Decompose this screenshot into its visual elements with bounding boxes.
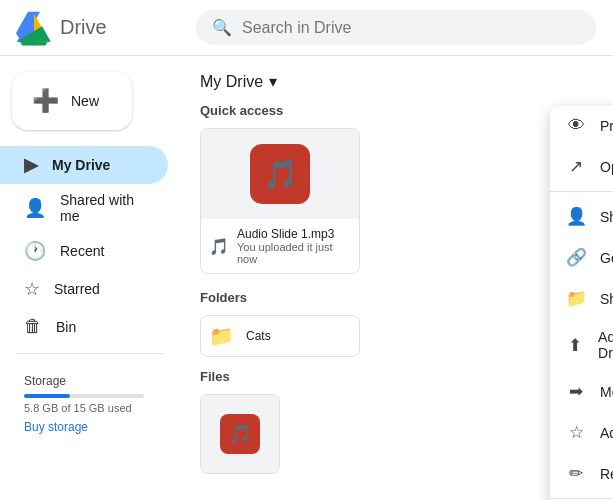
storage-section: Storage 5.8 GB of 15 GB used Buy storage xyxy=(0,362,180,446)
logo-area: Drive xyxy=(16,10,196,46)
file-location-icon: 📁 xyxy=(566,288,586,309)
new-button[interactable]: ➕ New xyxy=(12,72,132,130)
menu-item-share[interactable]: 👤 Share xyxy=(550,196,613,237)
sidebar-item-my-drive[interactable]: ▶ My Drive xyxy=(0,146,168,184)
folders-section: Folders 📁 Cats xyxy=(200,290,593,357)
menu-item-preview-label: Preview xyxy=(600,118,613,134)
sidebar-item-label-my-drive: My Drive xyxy=(52,157,110,173)
menu-item-preview[interactable]: 👁 Preview xyxy=(550,106,613,146)
sidebar-item-label-starred: Starred xyxy=(54,281,100,297)
search-input[interactable] xyxy=(242,19,580,37)
menu-item-show-file-location[interactable]: 📁 Show file location xyxy=(550,278,613,319)
sidebar-item-label-shared: Shared with me xyxy=(60,192,144,224)
quick-access-grid: 🎵 🎵 Audio Slide 1.mp3 You uploaded it ju… xyxy=(200,128,593,274)
menu-item-add-shortcut[interactable]: ⬆ Add a shortcut to Drive ⓘ xyxy=(550,319,613,371)
file-mini-card[interactable]: 🎵 xyxy=(200,394,280,474)
menu-item-share-label: Share xyxy=(600,209,613,225)
new-button-label: New xyxy=(71,93,99,109)
menu-item-open-with-label: Open with xyxy=(600,159,613,175)
files-label: Files xyxy=(200,369,593,384)
starred-menu-icon: ☆ xyxy=(566,422,586,443)
folders-label: Folders xyxy=(200,290,593,305)
main-layout: ➕ New ▶ My Drive 👤 Shared with me 🕐 Rece… xyxy=(0,56,613,500)
main-content: My Drive ▾ Quick access 🎵 🎵 Audio Slide … xyxy=(180,56,613,500)
file-sub: You uploaded it just now xyxy=(237,241,351,265)
file-card-text: Audio Slide 1.mp3 You uploaded it just n… xyxy=(237,227,351,265)
audio-thumb-icon: 🎵 xyxy=(250,144,310,204)
buy-storage-link[interactable]: Buy storage xyxy=(24,420,156,434)
folder-item-cats[interactable]: 📁 Cats xyxy=(200,315,360,357)
sidebar-item-bin[interactable]: 🗑 Bin xyxy=(0,308,168,345)
menu-item-add-starred[interactable]: ☆ Add to Starred xyxy=(550,412,613,453)
file-name: Audio Slide 1.mp3 xyxy=(237,227,351,241)
storage-bar-fill xyxy=(24,394,70,398)
sidebar-item-label-recent: Recent xyxy=(60,243,104,259)
drive-title-chevron: ▾ xyxy=(269,72,277,91)
shortcut-icon: ⬆ xyxy=(566,335,584,356)
menu-item-add-starred-label: Add to Starred xyxy=(600,425,613,441)
file-type-icon: 🎵 xyxy=(209,237,229,256)
link-icon: 🔗 xyxy=(566,247,586,268)
storage-bar-background xyxy=(24,394,144,398)
file-card-thumbnail: 🎵 xyxy=(201,129,359,219)
search-icon: 🔍 xyxy=(212,18,232,37)
file-card-audio[interactable]: 🎵 🎵 Audio Slide 1.mp3 You uploaded it ju… xyxy=(200,128,360,274)
sidebar-item-recent[interactable]: 🕐 Recent xyxy=(0,232,168,270)
open-with-icon: ↗ xyxy=(566,156,586,177)
context-menu: 👁 Preview ↗ Open with 👤 Share 🔗 Get link… xyxy=(550,106,613,500)
bin-icon: 🗑 xyxy=(24,316,42,337)
storage-label: Storage xyxy=(24,374,156,388)
menu-divider-2 xyxy=(550,498,613,499)
drive-title: My Drive ▾ xyxy=(200,72,593,91)
menu-item-move-to[interactable]: ➡ Move to xyxy=(550,371,613,412)
new-plus-icon: ➕ xyxy=(32,88,59,114)
menu-item-rename-label: Rename xyxy=(600,466,613,482)
menu-item-show-file-location-label: Show file location xyxy=(600,291,613,307)
files-section: Files 🎵 xyxy=(200,369,593,474)
audio-mini-icon: 🎵 xyxy=(220,414,260,454)
menu-item-rename[interactable]: ✏ Rename xyxy=(550,453,613,494)
rename-icon: ✏ xyxy=(566,463,586,484)
share-icon: 👤 xyxy=(566,206,586,227)
file-card-info: 🎵 Audio Slide 1.mp3 You uploaded it just… xyxy=(201,219,359,273)
recent-icon: 🕐 xyxy=(24,240,46,262)
menu-item-add-shortcut-label: Add a shortcut to Drive xyxy=(598,329,613,361)
search-bar[interactable]: 🔍 xyxy=(196,10,596,45)
sidebar-divider xyxy=(16,353,164,354)
folder-name: Cats xyxy=(246,329,271,343)
drive-logo-icon xyxy=(16,10,52,46)
sidebar-item-label-bin: Bin xyxy=(56,319,76,335)
header: Drive 🔍 xyxy=(0,0,613,56)
move-icon: ➡ xyxy=(566,381,586,402)
sidebar: ➕ New ▶ My Drive 👤 Shared with me 🕐 Rece… xyxy=(0,56,180,500)
menu-divider-1 xyxy=(550,191,613,192)
quick-access-label: Quick access xyxy=(200,103,593,118)
folder-icon: 📁 xyxy=(209,324,234,348)
menu-item-get-link[interactable]: 🔗 Get link xyxy=(550,237,613,278)
menu-item-move-to-label: Move to xyxy=(600,384,613,400)
storage-used-text: 5.8 GB of 15 GB used xyxy=(24,402,156,414)
logo-text: Drive xyxy=(60,16,107,39)
my-drive-icon: ▶ xyxy=(24,154,38,176)
starred-icon: ☆ xyxy=(24,278,40,300)
menu-item-get-link-label: Get link xyxy=(600,250,613,266)
shared-icon: 👤 xyxy=(24,197,46,219)
preview-icon: 👁 xyxy=(566,116,586,136)
menu-item-open-with[interactable]: ↗ Open with xyxy=(550,146,613,187)
sidebar-item-shared[interactable]: 👤 Shared with me xyxy=(0,184,168,232)
drive-title-text: My Drive xyxy=(200,73,263,91)
sidebar-item-starred[interactable]: ☆ Starred xyxy=(0,270,168,308)
